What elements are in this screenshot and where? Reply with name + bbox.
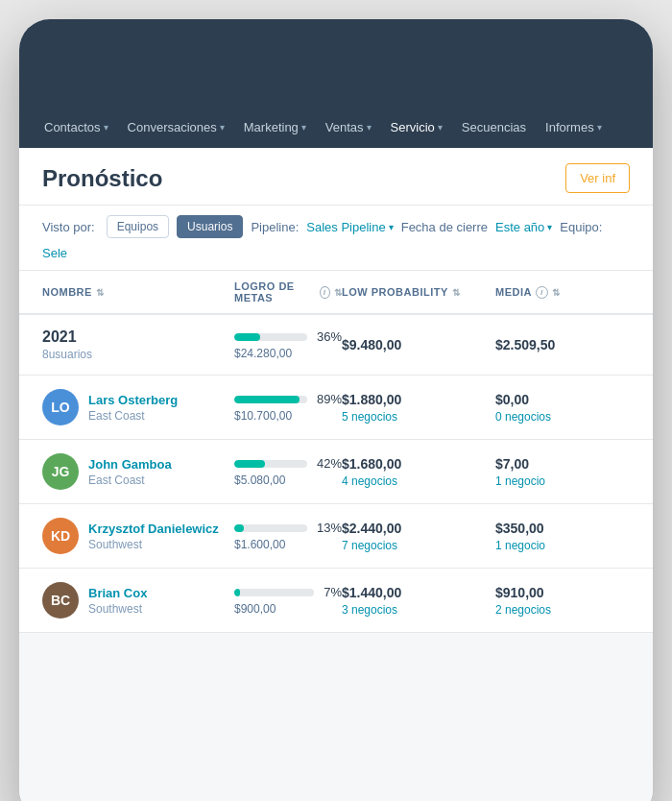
forecast-table: NOMBRE ⇅ LOGRO DE METAS i ⇅ LOW PROBABIL… [19,271,653,633]
user-progress-cell: 89% $10.700,00 [234,392,342,423]
avatar: BC [42,582,79,619]
user-low-cell: $1.880,00 5 negocios [342,392,495,424]
sort-icon[interactable]: ⇅ [96,287,105,298]
nav-marketing[interactable]: Marketing ▾ [234,106,316,148]
user-progress-amount: $900,00 [234,602,342,616]
summary-media-cell: $2.509,50 [495,337,630,352]
table-header: NOMBRE ⇅ LOGRO DE METAS i ⇅ LOW PROBABIL… [19,271,653,315]
app-frame: Contactos ▾ Conversaciones ▾ Marketing ▾… [19,19,653,801]
summary-row: 2021 8usuarios 36% $24.280,00 $9.480,00 [19,315,653,376]
user-name[interactable]: Brian Cox [88,586,147,600]
summary-low-amount: $9.480,00 [342,337,495,352]
user-progress-pct: 13% [317,521,342,535]
progress-container: 13% [234,521,342,535]
user-low-negocios: 7 negocios [342,539,495,552]
user-rows-container: LO Lars Osterberg East Coast 89% $10.700… [19,376,653,633]
user-media-cell: $0,00 0 negocios [495,392,630,424]
sort-icon[interactable]: ⇅ [452,287,461,298]
chevron-down-icon: ▾ [367,122,372,133]
nav-secuencias[interactable]: Secuencias [452,106,536,148]
filters-bar: Visto por: Equipos Usuarios Pipeline: Sa… [19,206,653,271]
user-progress-cell: 42% $5.080,00 [234,456,342,487]
summary-progress-pct: 36% [317,329,342,344]
equipos-filter-button[interactable]: Equipos [107,215,169,238]
ver-inf-button[interactable]: Ver inf [565,163,630,193]
info-icon: i [536,286,548,299]
user-info: LO Lars Osterberg East Coast [42,389,234,425]
col-logro: LOGRO DE METAS i ⇅ [234,280,342,303]
equipo-select[interactable]: Sele [42,246,67,260]
chevron-down-icon: ▾ [220,122,225,133]
user-details: Krzysztof Danielewicz Southwest [88,522,219,551]
user-progress-pct: 42% [317,456,342,471]
user-low-amount: $2.440,00 [342,521,495,536]
user-name[interactable]: John Gamboa [88,457,172,472]
chevron-down-icon: ▾ [597,122,602,133]
table-row: LO Lars Osterberg East Coast 89% $10.700… [19,376,653,440]
user-media-cell: $910,00 2 negocios [495,585,630,617]
user-team: Southwest [88,602,147,616]
user-progress-pct: 7% [324,585,342,599]
user-low-negocios: 3 negocios [342,603,495,617]
user-media-negocios: 1 negocio [495,539,630,552]
user-progress-bar [234,396,300,403]
info-icon: i [320,286,330,299]
pipeline-select[interactable]: Sales Pipeline ▾ [306,220,393,234]
nav-informes[interactable]: Informes ▾ [536,106,612,148]
fecha-select[interactable]: Este año ▾ [495,220,552,234]
summary-progress-cell: 36% $24.280,00 [234,329,342,360]
user-low-cell: $2.440,00 7 negocios [342,521,495,552]
fecha-label: Fecha de cierre [401,220,488,234]
user-team: Southwest [88,538,219,551]
page-title: Pronóstico [42,165,162,192]
main-content: Pronóstico Ver inf Visto por: Equipos Us… [19,148,653,801]
user-progress-bar [234,460,265,468]
nav-ventas[interactable]: Ventas ▾ [316,106,381,148]
user-progress-amount: $5.080,00 [234,473,342,487]
nav-conversaciones[interactable]: Conversaciones ▾ [118,106,234,148]
table-row: BC Brian Cox Southwest 7% $900,00 $1.440… [19,569,653,633]
equipo-label: Equipo: [560,220,602,234]
user-info: BC Brian Cox Southwest [42,582,234,619]
progress-bar-wrapper [234,589,314,596]
user-media-negocios: 0 negocios [495,410,630,424]
col-low: LOW PROBABILITY ⇅ [342,280,495,303]
user-media-amount: $350,00 [495,521,630,536]
user-media-cell: $350,00 1 negocio [495,521,630,552]
bottom-area [19,633,653,691]
user-progress-cell: 7% $900,00 [234,585,342,616]
nav-contactos[interactable]: Contactos ▾ [35,106,118,148]
user-progress-bar [234,524,244,532]
chevron-down-icon: ▾ [104,122,108,133]
user-name[interactable]: Krzysztof Danielewicz [88,522,219,536]
progress-container: 42% [234,456,342,471]
user-progress-cell: 13% $1.600,00 [234,521,342,551]
user-low-amount: $1.680,00 [342,456,495,472]
nav-servicio[interactable]: Servicio ▾ [381,106,452,148]
progress-bar-wrapper [234,524,307,532]
sort-icon[interactable]: ⇅ [334,287,343,298]
top-bar [19,19,653,106]
avatar: KD [42,518,79,554]
user-progress-pct: 89% [317,392,342,406]
user-media-amount: $910,00 [495,585,630,600]
col-media: MEDIA i ⇅ [495,280,630,303]
progress-bar-wrapper [234,333,307,341]
table-row: JG John Gamboa East Coast 42% $5.080,00 … [19,440,653,504]
user-team: East Coast [88,473,172,487]
user-name[interactable]: Lars Osterberg [88,393,178,407]
user-details: John Gamboa East Coast [88,457,172,487]
progress-bar-wrapper [234,396,307,403]
summary-users: 8usuarios [42,348,234,361]
sort-icon[interactable]: ⇅ [552,287,561,298]
pipeline-label: Pipeline: [251,220,299,234]
user-progress-amount: $1.600,00 [234,538,342,551]
avatar: LO [42,389,79,425]
chevron-down-icon: ▾ [438,122,443,133]
user-details: Lars Osterberg East Coast [88,393,178,423]
summary-progress-bar [234,333,260,341]
user-info: KD Krzysztof Danielewicz Southwest [42,518,234,554]
table-row: KD Krzysztof Danielewicz Southwest 13% $… [19,504,653,569]
user-progress-bar [234,589,240,596]
usuarios-filter-button[interactable]: Usuarios [177,215,243,238]
